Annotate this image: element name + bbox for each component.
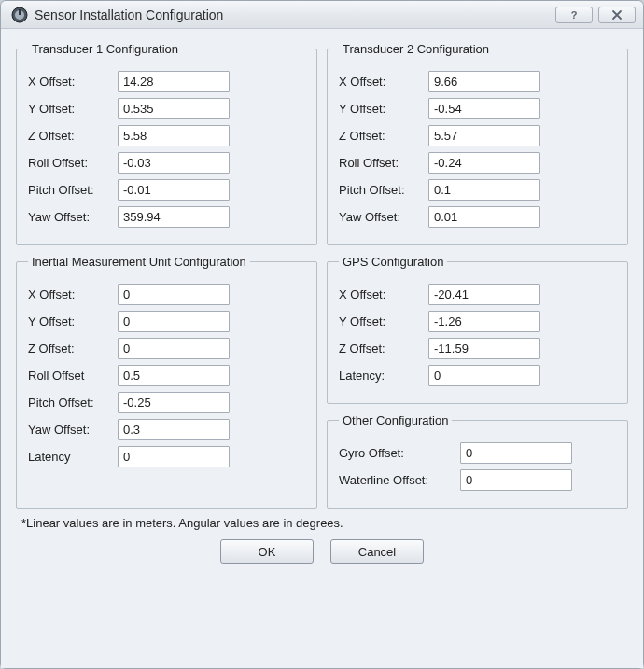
svg-rect-2 <box>19 9 21 15</box>
t1-roll-input[interactable] <box>118 152 230 174</box>
right-column: GPS Configuration X Offset: Y Offset: Z … <box>327 255 628 509</box>
gyro-input[interactable] <box>460 442 572 464</box>
gps-x-label: X Offset: <box>339 287 428 301</box>
t1-x-input[interactable] <box>118 71 230 92</box>
ok-button[interactable]: OK <box>220 539 314 564</box>
t1-z-input[interactable] <box>118 125 230 146</box>
waterline-label: Waterline Offset: <box>339 473 460 487</box>
t2-z-input[interactable] <box>428 125 540 146</box>
window-title: Sensor Installation Configuration <box>35 7 555 22</box>
t2-pitch-label: Pitch Offset: <box>339 183 428 197</box>
t2-z-label: Z Offset: <box>339 129 428 143</box>
imu-x-label: X Offset: <box>28 287 118 301</box>
imu-roll-input[interactable] <box>118 365 230 386</box>
transducer2-group: Transducer 2 Configuration X Offset: Y O… <box>327 42 628 245</box>
other-group: Other Configuration Gyro Offset: Waterli… <box>327 413 628 509</box>
t2-pitch-input[interactable] <box>428 179 540 201</box>
gps-z-input[interactable] <box>428 338 540 359</box>
help-button[interactable]: ? <box>555 7 593 23</box>
t2-y-label: Y Offset: <box>339 102 428 116</box>
imu-y-input[interactable] <box>118 311 230 332</box>
gps-y-input[interactable] <box>428 311 540 332</box>
t1-yaw-label: Yaw Offset: <box>28 210 118 224</box>
imu-pitch-input[interactable] <box>118 392 230 413</box>
close-button[interactable] <box>598 7 636 23</box>
t1-yaw-input[interactable] <box>118 206 230 228</box>
t2-y-input[interactable] <box>428 98 540 119</box>
imu-yaw-label: Yaw Offset: <box>28 423 118 437</box>
gps-y-label: Y Offset: <box>339 314 428 328</box>
titlebar: Sensor Installation Configuration ? <box>1 1 643 29</box>
t2-x-label: X Offset: <box>339 75 428 89</box>
imu-z-input[interactable] <box>118 338 230 359</box>
waterline-input[interactable] <box>460 469 572 491</box>
transducer2-legend: Transducer 2 Configuration <box>339 42 493 56</box>
gps-latency-input[interactable] <box>428 365 540 386</box>
other-legend: Other Configuration <box>339 413 452 427</box>
dialog-window: Sensor Installation Configuration ? Tran… <box>0 0 644 669</box>
button-row: OK Cancel <box>21 539 623 564</box>
transducer1-group: Transducer 1 Configuration X Offset: Y O… <box>16 42 317 245</box>
imu-latency-label: Latency <box>28 450 118 464</box>
t1-z-label: Z Offset: <box>28 129 118 143</box>
t1-y-input[interactable] <box>118 98 230 119</box>
t2-yaw-input[interactable] <box>428 206 540 228</box>
gps-group: GPS Configuration X Offset: Y Offset: Z … <box>327 255 628 404</box>
t1-x-label: X Offset: <box>28 75 118 89</box>
cancel-button[interactable]: Cancel <box>330 539 424 564</box>
imu-yaw-input[interactable] <box>118 419 230 440</box>
app-icon <box>10 6 29 24</box>
t1-y-label: Y Offset: <box>28 102 118 116</box>
imu-pitch-label: Pitch Offset: <box>28 396 118 410</box>
t2-roll-label: Roll Offset: <box>339 156 428 170</box>
gps-latency-label: Latency: <box>339 369 428 383</box>
imu-y-label: Y Offset: <box>28 314 118 328</box>
dialog-content: Transducer 1 Configuration X Offset: Y O… <box>1 29 643 668</box>
config-grid: Transducer 1 Configuration X Offset: Y O… <box>16 42 628 509</box>
imu-group: Inertial Measurement Unit Configuration … <box>16 255 317 509</box>
imu-legend: Inertial Measurement Unit Configuration <box>28 255 250 269</box>
t1-pitch-input[interactable] <box>118 179 230 201</box>
svg-text:?: ? <box>571 9 578 21</box>
imu-z-label: Z Offset: <box>28 341 118 355</box>
gps-x-input[interactable] <box>428 284 540 305</box>
t1-pitch-label: Pitch Offset: <box>28 183 118 197</box>
t2-yaw-label: Yaw Offset: <box>339 210 428 224</box>
transducer1-legend: Transducer 1 Configuration <box>28 42 182 56</box>
gyro-label: Gyro Offset: <box>339 446 460 460</box>
window-buttons: ? <box>555 7 636 23</box>
imu-latency-input[interactable] <box>118 446 230 467</box>
units-note: *Linear values are in meters. Angular va… <box>21 516 623 530</box>
imu-roll-label: Roll Offset <box>28 369 118 383</box>
t2-roll-input[interactable] <box>428 152 540 174</box>
imu-x-input[interactable] <box>118 284 230 305</box>
footer: *Linear values are in meters. Angular va… <box>16 509 628 575</box>
t1-roll-label: Roll Offset: <box>28 156 118 170</box>
gps-z-label: Z Offset: <box>339 341 428 355</box>
t2-x-input[interactable] <box>428 71 540 92</box>
gps-legend: GPS Configuration <box>339 255 447 269</box>
